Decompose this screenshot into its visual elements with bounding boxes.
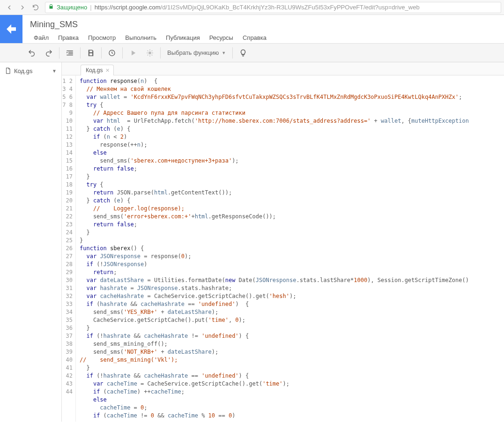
lightbulb-icon[interactable] [235,44,252,62]
function-select[interactable]: Выбрать функцию ▼ [163,44,230,62]
sidebar-file-item[interactable]: Код.gs ▼ [2,65,59,76]
reload-icon[interactable] [29,1,42,14]
menu-item[interactable]: Выполнить [121,32,160,43]
menu-item[interactable]: Публикация [162,32,204,43]
menu-item[interactable]: Ресурсы [206,32,237,43]
menu-item[interactable]: Файл [30,32,52,43]
debug-icon[interactable] [141,44,158,62]
back-icon[interactable] [3,1,16,14]
svg-rect-0 [67,50,73,51]
apps-script-icon[interactable] [0,15,22,43]
workspace: Код.gs ▼ Код.gs ✕ 1 2 3 4 5 6 7 8 9 10 1… [0,62,504,422]
menu-item[interactable]: Правка [54,32,82,43]
svg-rect-2 [68,53,73,54]
menu-bar: ФайлПравкаПросмотрВыполнитьПубликацияРес… [30,32,270,43]
editor-column: Код.gs ✕ 1 2 3 4 5 6 7 8 9 10 11 12 13 1… [62,62,504,422]
sidebar-file-label: Код.gs [14,67,32,74]
forward-icon[interactable] [16,1,29,14]
svg-rect-1 [68,52,73,52]
menu-item[interactable]: Просмотр [84,32,119,43]
tab-row: Код.gs ✕ [62,62,504,75]
clock-icon[interactable] [104,44,120,62]
close-icon[interactable]: ✕ [105,67,110,74]
svg-point-5 [148,52,151,54]
toolbar: Выбрать функцию ▼ [0,44,504,62]
tab-label: Код.gs [86,67,103,74]
editor-tab[interactable]: Код.gs ✕ [81,65,114,75]
url-text: https://script.google.com/d/1I2SvMDjxQjL… [95,4,420,11]
run-icon[interactable] [125,44,141,62]
menu-item[interactable]: Справка [239,32,270,43]
function-select-label: Выбрать функцию [167,49,219,56]
project-title[interactable]: Mining_SMS [30,20,270,30]
chevron-down-icon: ▼ [222,51,226,55]
address-bar[interactable]: Защищено | https://script.google.com/d/1… [45,2,501,13]
code-text[interactable]: function response(n) { // Меняем на свой… [76,75,504,422]
secure-label: Защищено [57,4,87,11]
redo-icon[interactable] [40,44,57,62]
svg-rect-3 [67,54,73,55]
separator-pipe: | [90,4,91,11]
chevron-down-icon[interactable]: ▼ [52,68,57,74]
code-editor[interactable]: 1 2 3 4 5 6 7 8 9 10 11 12 13 14 15 16 1… [62,75,504,422]
browser-bar: Защищено | https://script.google.com/d/1… [0,0,504,15]
file-sidebar: Код.gs ▼ [0,62,62,422]
file-icon [5,67,11,74]
lock-icon [48,4,54,11]
undo-icon[interactable] [23,44,40,62]
line-gutter: 1 2 3 4 5 6 7 8 9 10 11 12 13 14 15 16 1… [62,75,76,422]
save-icon[interactable] [82,44,99,62]
app-header: Mining_SMS ФайлПравкаПросмотрВыполнитьПу… [0,15,504,44]
indent-icon[interactable] [61,44,78,62]
